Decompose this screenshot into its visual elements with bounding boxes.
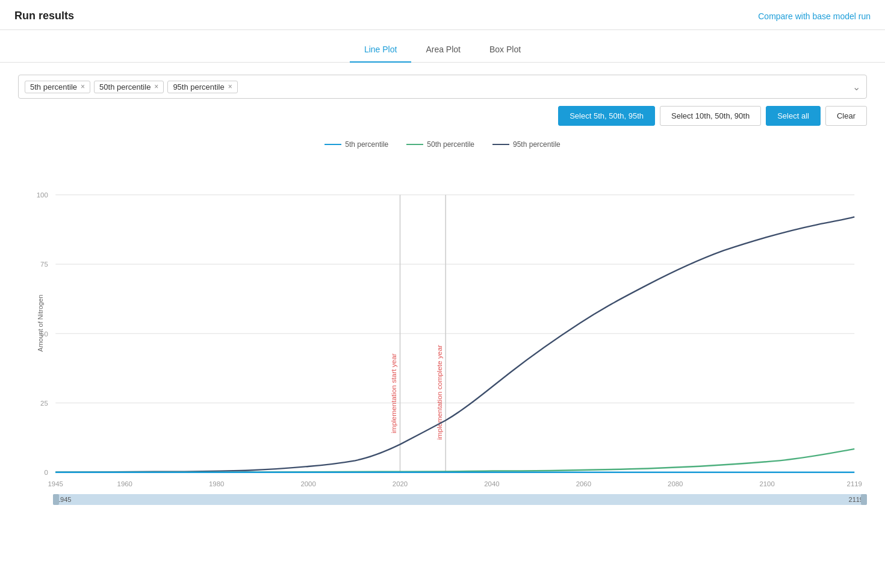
svg-text:2040: 2040 <box>484 480 499 487</box>
slider-handle-left[interactable] <box>53 494 59 505</box>
range-slider-fill <box>53 494 867 505</box>
remove-p5[interactable]: × <box>81 82 85 91</box>
legend-p50: 50th percentile <box>406 140 474 149</box>
remove-p50[interactable]: × <box>154 82 158 91</box>
tab-line-plot[interactable]: Line Plot <box>350 40 411 63</box>
tab-box-plot[interactable]: Box Plot <box>475 40 535 63</box>
svg-text:0: 0 <box>44 468 48 476</box>
percentile-selector[interactable]: 5th percentile × 50th percentile × 95th … <box>18 75 867 99</box>
legend-line-p5 <box>324 144 341 145</box>
slider-handle-right[interactable] <box>861 494 867 505</box>
compare-link[interactable]: Compare with base model run <box>758 11 871 21</box>
svg-text:2100: 2100 <box>759 480 774 487</box>
percentile-tag-50[interactable]: 50th percentile × <box>94 81 164 93</box>
clear-button[interactable]: Clear <box>825 106 867 126</box>
svg-text:100: 100 <box>37 191 48 199</box>
legend-p5: 5th percentile <box>324 140 388 149</box>
chart-area: 5th percentile 50th percentile 95th perc… <box>0 140 885 517</box>
svg-text:2119: 2119 <box>847 480 862 487</box>
select-all-button[interactable]: Select all <box>766 106 821 126</box>
legend-line-p95 <box>492 144 509 145</box>
svg-text:2060: 2060 <box>576 480 591 487</box>
tabs-container: Line Plot Area Plot Box Plot <box>0 30 885 63</box>
svg-text:1980: 1980 <box>209 480 224 487</box>
svg-text:2020: 2020 <box>393 480 408 487</box>
select-10-50-90-button[interactable]: Select 10th, 50th, 90th <box>660 106 761 126</box>
svg-text:75: 75 <box>40 260 48 268</box>
svg-text:implementation start year: implementation start year <box>390 353 397 433</box>
percentile-tag-5[interactable]: 5th percentile × <box>25 81 90 93</box>
legend-p95: 95th percentile <box>492 140 560 149</box>
legend-line-p50 <box>406 144 423 145</box>
dropdown-arrow-icon[interactable]: ⌄ <box>852 81 860 93</box>
controls-area: 5th percentile × 50th percentile × 95th … <box>0 75 885 140</box>
main-chart-svg: 0 25 50 75 100 1945 1960 1980 2000 2020 … <box>18 155 867 492</box>
page-title: Run results <box>14 10 74 22</box>
svg-text:2000: 2000 <box>300 480 315 487</box>
slider-container: 1945 2119 <box>18 494 867 505</box>
page-header: Run results Compare with base model run <box>0 0 885 30</box>
percentile-tag-95[interactable]: 95th percentile × <box>167 81 237 93</box>
chart-legend: 5th percentile 50th percentile 95th perc… <box>18 140 867 149</box>
select-5-50-95-button[interactable]: Select 5th, 50th, 95th <box>558 106 655 126</box>
svg-text:25: 25 <box>40 399 48 407</box>
chart-wrapper: Amount of Nitrogen 0 25 50 75 100 1945 1… <box>18 155 867 492</box>
y-axis-label: Amount of Nitrogen <box>37 295 44 352</box>
svg-text:1960: 1960 <box>117 480 132 487</box>
range-slider-track[interactable]: 1945 2119 <box>53 494 867 505</box>
remove-p95[interactable]: × <box>228 82 232 91</box>
button-row: Select 5th, 50th, 95th Select 10th, 50th… <box>18 106 867 126</box>
svg-text:1945: 1945 <box>48 480 63 487</box>
svg-text:2080: 2080 <box>668 480 683 487</box>
tab-area-plot[interactable]: Area Plot <box>411 40 475 63</box>
